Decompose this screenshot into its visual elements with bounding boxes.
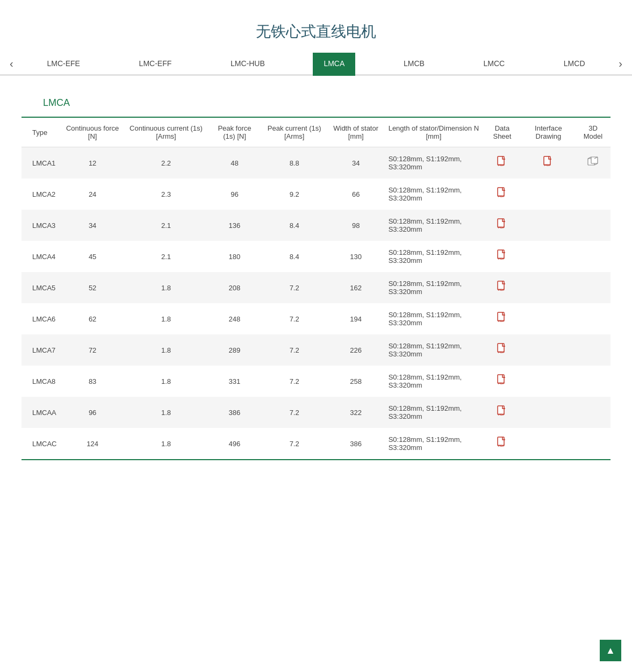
tab-item-lmc-eff[interactable]: LMC-EFF xyxy=(128,53,183,76)
pdf-icon[interactable]: PDF xyxy=(497,437,507,451)
data-sheet-cell[interactable]: PDF xyxy=(483,272,521,303)
width-cell: 226 xyxy=(328,334,384,366)
peak-current-cell: 7.2 xyxy=(261,428,328,459)
peak-force-cell: 248 xyxy=(208,303,261,334)
cont-force-cell: 45 xyxy=(61,241,124,272)
data-sheet-cell[interactable]: PDF xyxy=(483,178,521,210)
interface-pdf-icon[interactable]: PDF xyxy=(543,156,553,170)
width-cell: 98 xyxy=(328,210,384,241)
3d-model-cell[interactable] xyxy=(576,334,611,366)
data-sheet-cell[interactable]: PDF xyxy=(483,147,521,179)
interface-drawing-cell[interactable] xyxy=(521,303,576,334)
pdf-icon[interactable]: PDF xyxy=(497,312,507,326)
pdf-icon[interactable]: PDF xyxy=(497,156,507,170)
peak-current-cell: 7.2 xyxy=(261,303,328,334)
3d-model-cell[interactable] xyxy=(576,397,611,428)
cont-current-cell: 1.8 xyxy=(124,334,208,366)
table-row: LMCA2242.3969.266S0:128mm, S1:192mm, S3:… xyxy=(21,178,611,210)
interface-drawing-cell[interactable] xyxy=(521,241,576,272)
length-cell: S0:128mm, S1:192mm, S3:320mm xyxy=(384,210,483,241)
pdf-icon[interactable]: PDF xyxy=(497,218,507,233)
cont-current-cell: 1.8 xyxy=(124,272,208,303)
interface-drawing-cell[interactable] xyxy=(521,210,576,241)
length-cell: S0:128mm, S1:192mm, S3:320mm xyxy=(384,241,483,272)
table-header-2: Continuous current (1s) [Arms] xyxy=(124,118,208,147)
peak-force-cell: 289 xyxy=(208,334,261,366)
table-row: LMCA6621.82487.2194S0:128mm, S1:192mm, S… xyxy=(21,303,611,334)
table-header-9: 3D Model xyxy=(576,118,611,147)
3d-model-cell[interactable] xyxy=(576,366,611,397)
svg-text:PDF: PDF xyxy=(498,195,505,198)
table-row: LMCA7721.82897.2226S0:128mm, S1:192mm, S… xyxy=(21,334,611,366)
tab-item-lmc-efe[interactable]: LMC-EFE xyxy=(37,53,91,76)
section-title: LMCA xyxy=(43,97,611,109)
data-sheet-cell[interactable]: PDF xyxy=(483,210,521,241)
interface-drawing-cell[interactable] xyxy=(521,366,576,397)
table-header-8: Interface Drawing xyxy=(521,118,576,147)
peak-current-cell: 7.2 xyxy=(261,334,328,366)
interface-drawing-cell[interactable]: PDF xyxy=(521,147,576,179)
cont-current-cell: 1.8 xyxy=(124,303,208,334)
svg-text:PDF: PDF xyxy=(498,226,505,229)
length-cell: S0:128mm, S1:192mm, S3:320mm xyxy=(384,428,483,459)
3d-model-cell[interactable] xyxy=(576,428,611,459)
interface-drawing-cell[interactable] xyxy=(521,178,576,210)
data-sheet-cell[interactable]: PDF xyxy=(483,366,521,397)
table-header-3: Peak force (1s) [N] xyxy=(208,118,261,147)
tab-item-lmca[interactable]: LMCA xyxy=(313,53,355,76)
3d-model-cell[interactable] xyxy=(576,303,611,334)
table-row: LMCA3342.11368.498S0:128mm, S1:192mm, S3… xyxy=(21,210,611,241)
length-cell: S0:128mm, S1:192mm, S3:320mm xyxy=(384,147,483,179)
type-cell: LMCA4 xyxy=(21,241,61,272)
table-row: LMCA4452.11808.4130S0:128mm, S1:192mm, S… xyxy=(21,241,611,272)
svg-text:PDF: PDF xyxy=(498,288,505,291)
type-cell: LMCA5 xyxy=(21,272,61,303)
table-header-7: Data Sheet xyxy=(483,118,521,147)
peak-force-cell: 496 xyxy=(208,428,261,459)
pdf-icon[interactable]: PDF xyxy=(497,249,507,264)
length-cell: S0:128mm, S1:192mm, S3:320mm xyxy=(384,366,483,397)
cont-current-cell: 2.1 xyxy=(124,241,208,272)
cont-force-cell: 12 xyxy=(61,147,124,179)
pdf-icon[interactable]: PDF xyxy=(497,281,507,295)
pdf-icon[interactable]: PDF xyxy=(497,374,507,389)
interface-drawing-cell[interactable] xyxy=(521,272,576,303)
interface-drawing-cell[interactable] xyxy=(521,428,576,459)
page-title: 无铁心式直线电机 xyxy=(0,0,632,53)
scroll-top-button[interactable]: ▲ xyxy=(600,640,621,661)
tab-item-lmcd[interactable]: LMCD xyxy=(553,53,596,76)
type-cell: LMCA6 xyxy=(21,303,61,334)
tab-next-button[interactable]: › xyxy=(614,53,627,74)
cont-current-cell: 1.8 xyxy=(124,366,208,397)
svg-text:PDF: PDF xyxy=(544,163,551,167)
3d-model-cell[interactable] xyxy=(576,241,611,272)
pdf-icon[interactable]: PDF xyxy=(497,405,507,420)
width-cell: 162 xyxy=(328,272,384,303)
width-cell: 194 xyxy=(328,303,384,334)
data-sheet-cell[interactable]: PDF xyxy=(483,428,521,459)
interface-drawing-cell[interactable] xyxy=(521,397,576,428)
pdf-icon[interactable]: PDF xyxy=(497,187,507,202)
data-sheet-cell[interactable]: PDF xyxy=(483,241,521,272)
pdf-icon[interactable]: PDF xyxy=(497,343,507,358)
data-table: TypeContinuous force [N]Continuous curre… xyxy=(21,118,611,459)
length-cell: S0:128mm, S1:192mm, S3:320mm xyxy=(384,397,483,428)
data-sheet-cell[interactable]: PDF xyxy=(483,334,521,366)
tab-item-lmcc[interactable]: LMCC xyxy=(473,53,516,76)
table-header-1: Continuous force [N] xyxy=(61,118,124,147)
tab-item-lmcb[interactable]: LMCB xyxy=(393,53,435,76)
3d-model-icon[interactable] xyxy=(587,156,598,169)
3d-model-cell[interactable] xyxy=(576,272,611,303)
interface-drawing-cell[interactable] xyxy=(521,334,576,366)
data-sheet-cell[interactable]: PDF xyxy=(483,397,521,428)
tab-prev-button[interactable]: ‹ xyxy=(5,53,18,74)
cont-force-cell: 34 xyxy=(61,210,124,241)
type-cell: LMCA2 xyxy=(21,178,61,210)
cont-force-cell: 124 xyxy=(61,428,124,459)
3d-model-cell[interactable] xyxy=(576,210,611,241)
data-sheet-cell[interactable]: PDF xyxy=(483,303,521,334)
3d-model-cell[interactable] xyxy=(576,147,611,179)
width-cell: 386 xyxy=(328,428,384,459)
tab-item-lmc-hub[interactable]: LMC-HUB xyxy=(220,53,276,76)
3d-model-cell[interactable] xyxy=(576,178,611,210)
